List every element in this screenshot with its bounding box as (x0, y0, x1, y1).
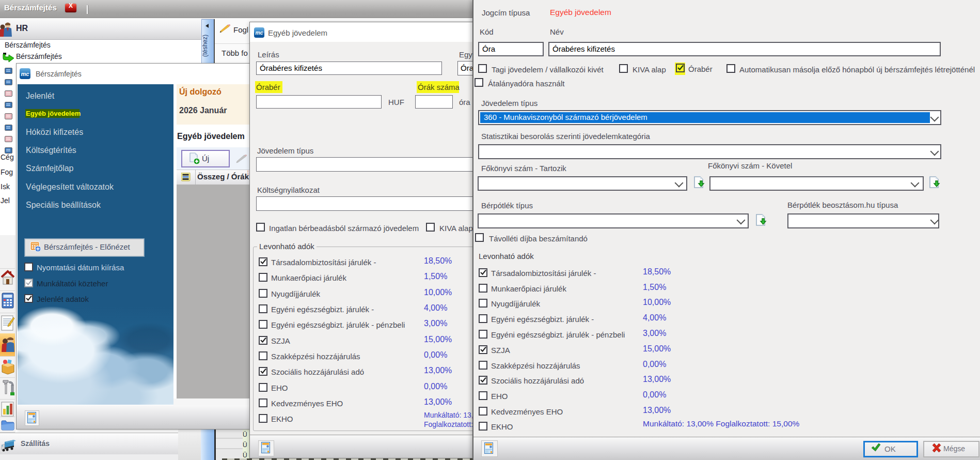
svg-text:mc: mc (255, 30, 263, 36)
svg-text:mc: mc (21, 71, 29, 77)
